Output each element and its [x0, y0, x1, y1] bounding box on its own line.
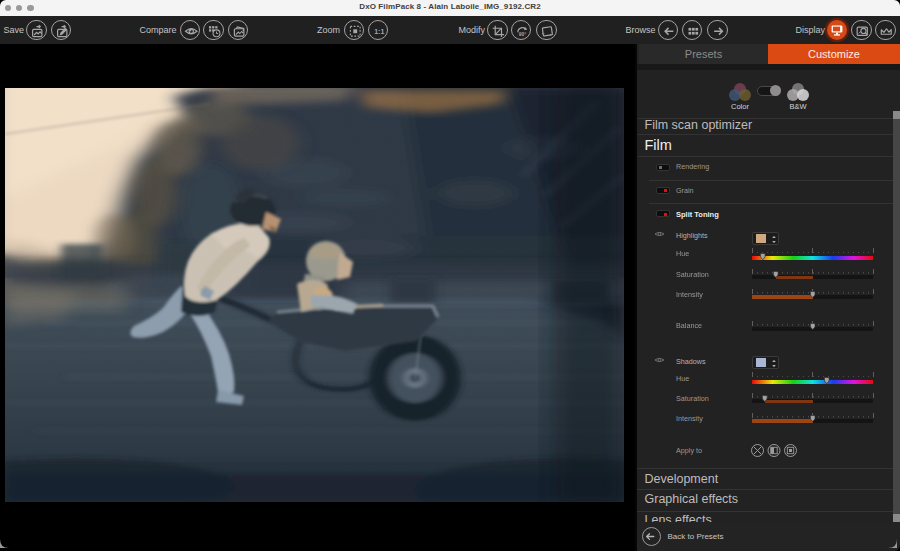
svg-text:90°: 90°: [518, 31, 526, 36]
svg-text:1:1: 1:1: [374, 28, 384, 35]
